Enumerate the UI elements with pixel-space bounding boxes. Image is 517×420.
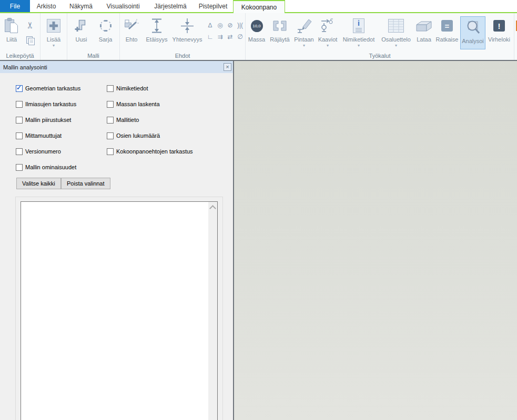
diagrams-icon [320,15,336,36]
checkbox-label: Mittamuuttujat [25,132,62,139]
checkbox-versionumero[interactable]: ✓ Versionumero [16,148,61,155]
tab-visualisointi[interactable]: Visualisointi [103,0,143,12]
checkbox-label: Versionumero [25,148,61,155]
coincidence-button[interactable]: Yhtenevyys [170,15,204,43]
analysis-results-listbox[interactable] [21,201,218,420]
explode-button[interactable]: Räjäytä [268,15,292,43]
coincidence-icon [180,15,194,36]
scroll-up-icon[interactable] [209,205,216,212]
close-icon[interactable]: × [224,63,231,71]
add-button[interactable]: Lisää ▾ [42,15,66,48]
group-label-malli: Malli [67,53,119,59]
tab-kokoonpano-active[interactable]: Kokoonpano [233,0,285,13]
solve-label: Ratkaise [436,36,459,43]
to-surface-label: Pintaan [294,36,313,43]
ribbon: Liitä ✂ Leikepöytä [0,13,517,61]
checkbox-nimiketiedot[interactable]: ✓ Nimiketiedot [107,85,148,92]
checkbox-label: Osien lukumäärä [116,132,160,139]
mass-icon: 10,0 [251,15,263,36]
to-surface-icon [296,15,312,36]
cut-icon[interactable]: ✂ [24,22,37,29]
checkbox-massan-laskenta[interactable]: ✓ Massan laskenta [107,100,160,108]
listbox-scrollbar[interactable] [208,202,217,420]
checkbox-label: Mallin piirustukset [25,117,71,123]
checkbox-label: Kokoonpanoehtojen tarkastus [116,148,193,155]
parts-list-button[interactable]: Osaluettelo ▾ [378,15,414,48]
checkbox-osien-lukumaara[interactable]: ✓ Osien lukumäärä [107,132,160,139]
distance-button[interactable]: Etäisyys [143,15,170,43]
to-surface-button[interactable]: Pintaan ▾ [292,15,316,48]
clear-selections-button[interactable]: Poista valinnat [61,178,110,189]
condition-button[interactable]: Ehto [120,15,143,43]
load-button[interactable]: Lataa [414,15,434,43]
svg-text:i: i [358,19,360,27]
checkbox-mallin-piirustukset[interactable]: ✓ Mallin piirustukset [16,116,71,124]
analyze-button[interactable]: Analysoi [460,16,485,49]
tangent-constraint-icon[interactable]: ⊘ [225,19,235,31]
analyze-magnifier-icon [465,17,481,38]
condition-label: Ehto [126,36,138,43]
new-button[interactable]: Uusi [69,15,94,43]
checkbox-box: ✓ [16,164,23,171]
ribbon-group-leikepoyta: Liitä ✂ Leikepöytä [0,13,40,60]
ribbon-group-lisaa: Lisää ▾ [40,13,67,60]
tab-jarjestelma[interactable]: Järjestelmä [150,0,190,12]
menu-bar: File Arkisto Näkymä Visualisointi Järjes… [0,0,517,13]
explode-icon [272,15,288,36]
plus-icon [47,15,60,36]
equal-constraint-icon[interactable]: ⇄ [225,31,235,43]
parts-list-label: Osaluettelo [381,36,411,43]
checkbox-geometrian-tarkastus[interactable]: ✓ Geometrian tarkastus [16,85,80,92]
load-box-icon [415,15,432,36]
diagrams-label: Kaaviot [318,36,338,43]
item-data-label: Nimiketiedot [343,36,375,43]
model-viewport[interactable] [234,61,517,420]
checkbox-mittamuuttujat[interactable]: ✓ Mittamuuttujat [16,132,62,139]
angle-constraint-icon[interactable]: ∆ [205,19,215,31]
explode-label: Räjäytä [270,36,289,43]
checkbox-box: ✓ [107,148,114,155]
item-data-button[interactable]: i Nimiketiedot ▾ [339,15,378,48]
concentric-constraint-icon[interactable]: ◎ [215,19,225,31]
diagrams-button[interactable]: Kaaviot ▾ [316,15,339,48]
no-tangent-constraint-icon[interactable]: ∅ [235,31,245,43]
checkbox-mallin-ominaisuudet[interactable]: ✓ Mallin ominaisuudet [16,163,76,171]
parallel-constraint-icon[interactable]: ⇉ [215,31,225,43]
checkbox-label: Mallitieto [116,117,139,123]
checkbox-kokoonpanoehtojen-tarkastus[interactable]: ✓ Kokoonpanoehtojen tarkastus [107,148,193,155]
series-pattern-icon [99,15,113,36]
mass-button[interactable]: 10,0 Massa [246,15,268,43]
chevron-down-icon: ▾ [303,43,305,48]
solve-button[interactable]: = Ratkaise [434,15,460,43]
paste-button[interactable]: Liitä [0,15,23,43]
new-label: Uusi [75,36,87,43]
checkbox-label: Ilmiasujen tarkastus [25,101,76,107]
checkbox-box: ✓ [107,117,114,124]
add-label: Lisää [47,36,60,43]
checkbox-box: ✓ [107,132,114,139]
parts-list-table-icon [388,15,404,36]
select-all-button[interactable]: Valitse kaikki [16,178,61,189]
group-label-leikepoyta: Leikepöytä [0,53,40,59]
checkbox-label: Massan laskenta [116,101,160,107]
item-data-info-icon: i [352,15,365,36]
checkbox-mallitieto[interactable]: ✓ Mallitieto [107,116,139,124]
copy-icon[interactable] [26,36,35,47]
ribbon-group-ehdot: Ehto Etäisyys [120,13,246,60]
tab-nakyma[interactable]: Näkymä [67,0,95,12]
checkbox-label: Mallin ominaisuudet [25,164,76,170]
group-label-ehdot: Ehdot [120,53,245,59]
constraint-icon-grid: ∆ ◎ ⊘ )|( ∟ ⇉ ⇄ ∅ [205,19,245,43]
error-log-exclamation-icon: ! [493,15,505,36]
perpendicular-constraint-icon[interactable]: ∟ [205,31,215,43]
panel-titlebar: Mallin analysointi × [0,61,233,73]
tab-arkisto[interactable]: Arkisto [33,0,60,12]
symmetry-constraint-icon[interactable]: )|( [235,19,245,31]
new-part-icon [75,15,88,36]
error-log-button[interactable]: ! Virheloki [485,15,513,43]
tab-file[interactable]: File [0,0,30,12]
ribbon-group-tyokalut: 10,0 Massa Räjäytä [246,13,514,60]
series-button[interactable]: Sarja [94,15,118,43]
tab-pistepilvet[interactable]: Pistepilvet [198,0,228,12]
checkbox-ilmiasujen-tarkastus[interactable]: ✓ Ilmiasujen tarkastus [16,100,76,108]
